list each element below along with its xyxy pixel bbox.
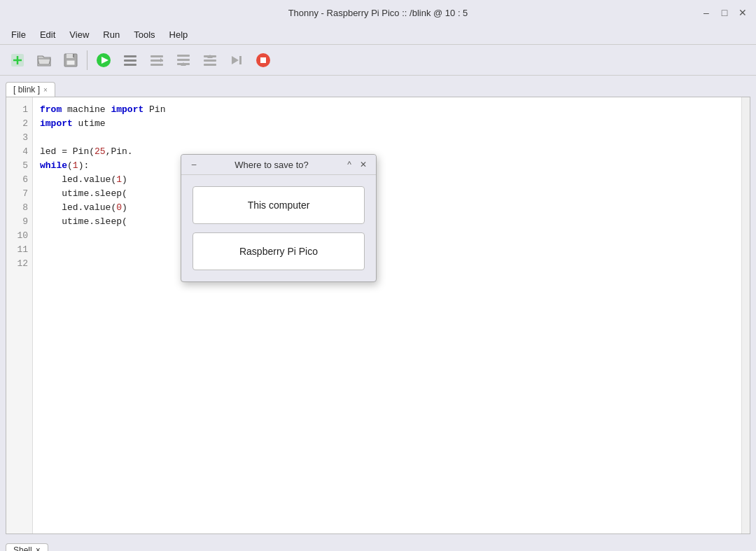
stop-btn[interactable] <box>251 48 275 72</box>
new-file-btn[interactable] <box>6 48 29 72</box>
svg-rect-16 <box>177 55 190 57</box>
shell-tab[interactable]: Shell × <box>6 543 48 551</box>
dialog-minimize-btn[interactable]: – <box>188 159 200 170</box>
code-content[interactable]: from machine import Pin import utime led… <box>33 97 741 533</box>
menu-view[interactable]: View <box>64 28 94 41</box>
minimize-btn[interactable]: – <box>700 6 713 19</box>
svg-rect-25 <box>239 56 241 64</box>
raspberry-pi-pico-btn[interactable]: Raspberry Pi Pico <box>192 232 365 270</box>
line-num: 5 <box>10 159 28 173</box>
line-num: 6 <box>10 173 28 187</box>
code-editor[interactable]: 1 2 3 4 5 6 7 8 9 10 11 12 from machine … <box>6 97 750 534</box>
resume-btn[interactable] <box>225 48 248 72</box>
save-dialog: – Where to save to? ^ ✕ This computer Ra… <box>181 154 377 282</box>
window-controls: – □ ✕ <box>700 6 749 19</box>
close-btn[interactable]: ✕ <box>736 6 749 19</box>
svg-marker-24 <box>232 56 239 64</box>
svg-rect-27 <box>260 57 266 63</box>
shell-tab-bar: Shell × <box>0 537 756 551</box>
menu-file[interactable]: File <box>6 28 31 41</box>
dialog-close-btn[interactable]: ✕ <box>358 159 369 170</box>
step-into-btn[interactable] <box>172 48 195 72</box>
menu-run[interactable]: Run <box>97 28 125 41</box>
line-num: 1 <box>10 103 28 117</box>
svg-rect-9 <box>124 55 136 57</box>
line-num: 10 <box>10 229 28 243</box>
editor-tab-label: [ blink ] <box>13 85 40 95</box>
line-numbers: 1 2 3 4 5 6 7 8 9 10 11 12 <box>6 97 33 533</box>
shell-container: Shell × MicroPython v1.13-290-g556ae7914… <box>0 537 756 551</box>
svg-rect-10 <box>124 60 136 62</box>
window-title: Thonny - Raspberry Pi Pico :: /blink @ 1… <box>288 8 468 18</box>
maximize-btn[interactable]: □ <box>718 6 731 19</box>
run-btn[interactable] <box>92 48 115 72</box>
menu-help[interactable]: Help <box>164 28 194 41</box>
line-num: 2 <box>10 117 28 131</box>
open-file-btn[interactable] <box>32 48 56 72</box>
debug-btn[interactable] <box>118 48 142 72</box>
svg-rect-11 <box>124 64 136 66</box>
svg-rect-22 <box>204 64 216 66</box>
editor-tab-blink[interactable]: [ blink ] × <box>6 82 55 97</box>
this-computer-btn[interactable]: This computer <box>192 186 365 224</box>
svg-rect-6 <box>73 54 74 57</box>
svg-rect-4 <box>66 54 74 58</box>
step-out-btn[interactable] <box>198 48 222 72</box>
dialog-maximize-btn[interactable]: ^ <box>344 159 355 170</box>
svg-rect-17 <box>177 59 190 61</box>
line-num: 12 <box>10 257 28 271</box>
save-file-btn[interactable] <box>59 48 83 72</box>
shell-tab-close[interactable]: × <box>36 545 41 551</box>
editor-tab-close[interactable]: × <box>43 86 48 94</box>
svg-marker-15 <box>160 58 163 62</box>
svg-rect-5 <box>66 60 75 65</box>
svg-rect-12 <box>150 55 163 57</box>
menu-edit[interactable]: Edit <box>34 28 61 41</box>
dialog-body: This computer Raspberry Pi Pico <box>181 175 376 281</box>
line-num: 4 <box>10 145 28 159</box>
line-num: 11 <box>10 243 28 257</box>
svg-rect-21 <box>204 60 216 62</box>
editor-container: [ blink ] × 1 2 3 4 5 6 7 8 9 10 11 12 f… <box>0 76 756 534</box>
dialog-titlebar: – Where to save to? ^ ✕ <box>181 155 376 175</box>
code-scrollbar[interactable] <box>741 97 750 533</box>
step-over-btn[interactable] <box>145 48 169 72</box>
line-num: 9 <box>10 215 28 229</box>
line-num: 8 <box>10 201 28 215</box>
line-num: 3 <box>10 131 28 145</box>
title-bar: Thonny - Raspberry Pi Pico :: /blink @ 1… <box>0 0 756 25</box>
toolbar-separator-1 <box>87 50 88 70</box>
menu-tools[interactable]: Tools <box>128 28 160 41</box>
shell-tab-label: Shell <box>13 545 32 551</box>
line-num: 7 <box>10 187 28 201</box>
editor-tab-bar: [ blink ] × <box>0 76 756 97</box>
toolbar <box>0 45 756 76</box>
menu-bar: File Edit View Run Tools Help <box>0 25 756 45</box>
svg-rect-14 <box>150 64 163 66</box>
dialog-title: Where to save to? <box>200 160 344 170</box>
